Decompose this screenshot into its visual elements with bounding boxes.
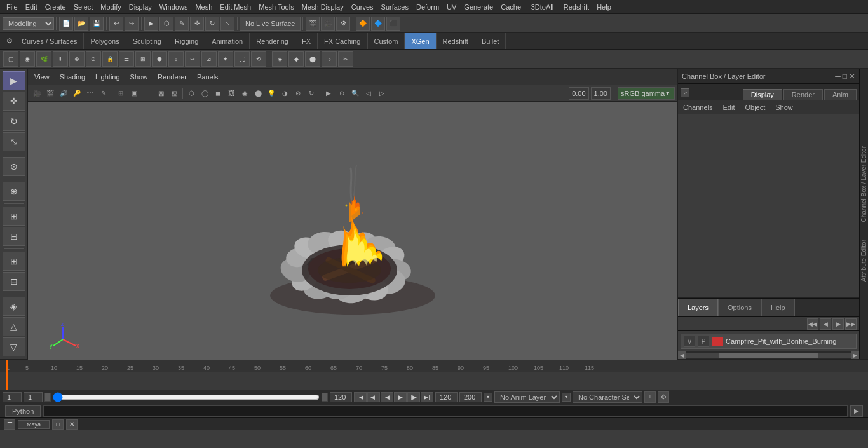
vp-icon-anim[interactable]: ▶ bbox=[322, 87, 335, 100]
no-character-set-selector[interactable]: No Character Set bbox=[573, 391, 642, 403]
xgen-btn1[interactable]: 🔶 bbox=[356, 17, 370, 31]
vp-icon-more1[interactable]: ◁ bbox=[362, 87, 375, 100]
rotate-tool[interactable]: ↻ bbox=[3, 112, 25, 131]
xgen-tool-8[interactable]: ☰ bbox=[119, 51, 134, 67]
vp-icon-safe-action[interactable]: ▩ bbox=[154, 87, 167, 100]
menu-generate[interactable]: Generate bbox=[460, 2, 497, 12]
vp-icon-camera[interactable]: 🎥 bbox=[31, 87, 43, 100]
xgen-tool-16[interactable]: ⟲ bbox=[251, 51, 266, 67]
win-close-btn[interactable]: ✕ bbox=[66, 419, 78, 430]
anim-end-dropdown[interactable]: ▾ bbox=[484, 393, 492, 402]
ipr-btn[interactable]: 🎥 bbox=[321, 17, 335, 31]
cb-minimize-icon[interactable]: ─ bbox=[835, 72, 841, 81]
vp-icon-texture[interactable]: 🖼 bbox=[225, 87, 238, 100]
render-btn[interactable]: 🎬 bbox=[306, 17, 320, 31]
cb-float-icon[interactable]: ↗ bbox=[681, 88, 689, 97]
tab-settings-icon[interactable]: ⚙ bbox=[4, 36, 15, 47]
vp-icon-wireframe[interactable]: ⬡ bbox=[185, 87, 198, 100]
vp-icon-key[interactable]: 🔑 bbox=[71, 87, 83, 100]
cb-maximize-icon[interactable]: □ bbox=[843, 72, 847, 81]
frame-range-slider-end[interactable] bbox=[322, 393, 328, 402]
scale-tool-btn[interactable]: ⤡ bbox=[220, 17, 234, 31]
tab-polygons[interactable]: Polygons bbox=[84, 33, 126, 49]
menu-redshift[interactable]: Redshift bbox=[560, 2, 593, 12]
layers-tab-options[interactable]: Options bbox=[718, 299, 761, 316]
rotate-tool-btn[interactable]: ↻ bbox=[205, 17, 219, 31]
layout-tool-2[interactable]: ⊟ bbox=[3, 227, 25, 246]
layers-next-btn[interactable]: ▶▶ bbox=[845, 318, 857, 330]
display-tool-1[interactable]: ◈ bbox=[3, 297, 25, 316]
xgen-tool-13[interactable]: ⊿ bbox=[201, 51, 217, 67]
xgen-tool-5[interactable]: ⊕ bbox=[69, 51, 85, 67]
python-tab-button[interactable]: Python bbox=[5, 405, 41, 417]
win-menu-btn[interactable]: ☰ bbox=[4, 419, 15, 430]
xgen-tool-18[interactable]: ◆ bbox=[288, 51, 304, 67]
tab-curves-surfaces[interactable]: Curves / Surfaces bbox=[15, 33, 84, 49]
xgen-tool-14[interactable]: ✦ bbox=[218, 51, 233, 67]
layers-next-single-btn[interactable]: ▶ bbox=[832, 318, 844, 330]
tab-custom[interactable]: Custom bbox=[368, 33, 405, 49]
move-tool[interactable]: ✛ bbox=[3, 92, 25, 111]
cb-close-icon[interactable]: ✕ bbox=[849, 72, 855, 81]
vp-icon-hdw-texture[interactable]: ⬤ bbox=[252, 87, 264, 100]
xgen-btn2[interactable]: 🔷 bbox=[371, 17, 385, 31]
menu-deform[interactable]: Deform bbox=[412, 2, 443, 12]
xgen-tool-21[interactable]: ✂ bbox=[338, 51, 353, 67]
vp-icon-safe-title[interactable]: ▨ bbox=[168, 87, 180, 100]
menu-3dtool[interactable]: -3DtoAll- bbox=[525, 2, 560, 12]
menu-edit-mesh[interactable]: Edit Mesh bbox=[216, 2, 255, 12]
xgen-tool-17[interactable]: ◈ bbox=[272, 51, 287, 67]
layer-color-swatch[interactable] bbox=[712, 337, 723, 346]
no-anim-layer-selector[interactable]: No Anim Layer bbox=[494, 391, 560, 403]
lighting-menu[interactable]: Lighting bbox=[93, 72, 123, 82]
menu-mesh-tools[interactable]: Mesh Tools bbox=[255, 2, 297, 12]
tab-rigging[interactable]: Rigging bbox=[168, 33, 205, 49]
xgen-tool-1[interactable]: ▢ bbox=[3, 51, 18, 67]
layers-scroll-right-btn[interactable]: ▶ bbox=[851, 351, 859, 359]
tab-animation[interactable]: Animation bbox=[205, 33, 250, 49]
select-tool[interactable]: ▶ bbox=[3, 71, 25, 90]
grid-tool[interactable]: ⊟ bbox=[3, 272, 25, 291]
edge-label-attribute-editor[interactable]: Attribute Editor bbox=[860, 237, 867, 284]
shading-menu[interactable]: Shading bbox=[57, 72, 88, 82]
xgen-tool-12[interactable]: ⤻ bbox=[185, 51, 200, 67]
menu-select[interactable]: Select bbox=[70, 2, 97, 12]
layers-scroll-thumb[interactable] bbox=[719, 353, 818, 358]
vp-icon-refresh[interactable]: ↻ bbox=[305, 87, 318, 100]
open-file-button[interactable]: 📂 bbox=[74, 17, 88, 31]
render-settings-btn[interactable]: ⚙ bbox=[336, 17, 350, 31]
menu-uv[interactable]: UV bbox=[443, 2, 460, 12]
scale-tool[interactable]: ⤡ bbox=[3, 132, 25, 151]
go-start-btn[interactable]: |◀ bbox=[354, 392, 367, 402]
vp-icon-smooth[interactable]: ◯ bbox=[198, 87, 211, 100]
vp-icon-more2[interactable]: ▷ bbox=[376, 87, 388, 100]
menu-windows[interactable]: Windows bbox=[156, 2, 192, 12]
vp-icon-lights[interactable]: 💡 bbox=[265, 87, 278, 100]
select-tool-btn[interactable]: ▶ bbox=[144, 17, 158, 31]
vp-icon-film[interactable]: 🎬 bbox=[44, 87, 57, 100]
layer-pickable-btn[interactable]: P bbox=[698, 336, 709, 347]
vp-icon-grid[interactable]: ⊞ bbox=[114, 87, 127, 100]
move-tool-btn[interactable]: ✛ bbox=[190, 17, 204, 31]
xgen-tool-15[interactable]: ⛶ bbox=[234, 51, 250, 67]
play-fwd-btn[interactable]: ▶ bbox=[394, 392, 407, 402]
xgen-tool-20[interactable]: ⬦ bbox=[322, 51, 337, 67]
show-manipulator-tool[interactable]: ⊕ bbox=[3, 182, 25, 201]
xgen-tool-10[interactable]: ⬢ bbox=[152, 51, 167, 67]
cb-show-menu[interactable]: Show bbox=[770, 102, 798, 112]
tab-redshift[interactable]: Redshift bbox=[437, 33, 475, 49]
character-set-add-btn[interactable]: + bbox=[644, 391, 656, 403]
workspace-selector[interactable]: Modeling Rigging Animation Rendering bbox=[3, 17, 54, 30]
xgen-btn3[interactable]: ⬛ bbox=[386, 17, 400, 31]
vp-icon-flat[interactable]: ◼ bbox=[212, 87, 224, 100]
xgen-tool-3[interactable]: 🌿 bbox=[36, 51, 51, 67]
xgen-tool-9[interactable]: ⊞ bbox=[135, 51, 151, 67]
xgen-tool-6[interactable]: ⊙ bbox=[86, 51, 101, 67]
menu-surfaces[interactable]: Surfaces bbox=[377, 2, 412, 12]
tab-fx-caching[interactable]: FX Caching bbox=[318, 33, 367, 49]
vp-icon-resolution[interactable]: □ bbox=[141, 87, 154, 100]
next-key-btn[interactable]: |▶ bbox=[407, 392, 420, 402]
edge-label-channel-box[interactable]: Channel Box / Layer Editor bbox=[860, 144, 867, 225]
xgen-tool-19[interactable]: ⬤ bbox=[305, 51, 320, 67]
layers-tab-help[interactable]: Help bbox=[761, 299, 795, 316]
